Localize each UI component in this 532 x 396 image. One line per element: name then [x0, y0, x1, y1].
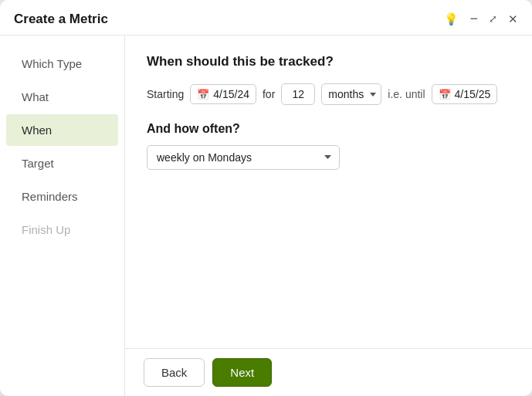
sidebar-item-what[interactable]: What — [6, 81, 118, 113]
main-body: Which Type What When Target Reminders Fi… — [0, 36, 532, 396]
sidebar: Which Type What When Target Reminders Fi… — [0, 36, 125, 396]
back-button[interactable]: Back — [144, 358, 205, 387]
title-bar: Create a Metric 💡 − ⤢ ✕ — [0, 0, 532, 36]
window-controls: 💡 − ⤢ ✕ — [444, 11, 518, 27]
start-date-picker[interactable]: 📅 4/15/24 — [190, 84, 256, 104]
next-button[interactable]: Next — [212, 358, 272, 387]
end-date-value: 4/15/25 — [455, 88, 491, 100]
bulb-icon[interactable]: 💡 — [444, 12, 459, 26]
content-body: When should this be tracked? Starting 📅 … — [125, 36, 532, 348]
sidebar-item-reminders[interactable]: Reminders — [6, 181, 118, 212]
sidebar-item-target[interactable]: Target — [6, 147, 118, 179]
frequency-select-wrap: daily weekly on Mondays biweekly monthly… — [147, 145, 340, 170]
sidebar-item-which-type[interactable]: Which Type — [6, 48, 118, 80]
minimize-icon[interactable]: − — [469, 11, 478, 27]
restore-icon[interactable]: ⤢ — [489, 13, 497, 25]
sidebar-item-finish-up: Finish Up — [6, 214, 118, 245]
tracking-row: Starting 📅 4/15/24 for months weeks days… — [147, 83, 510, 105]
frequency-section-title: And how often? — [147, 122, 510, 136]
calendar-start-icon: 📅 — [197, 89, 209, 100]
start-date-value: 4/15/24 — [213, 88, 249, 100]
tracking-section-title: When should this be tracked? — [147, 54, 510, 69]
calendar-end-icon: 📅 — [439, 89, 451, 100]
end-date-picker[interactable]: 📅 4/15/25 — [432, 84, 498, 104]
window-title: Create a Metric — [14, 12, 108, 27]
close-icon[interactable]: ✕ — [508, 12, 518, 26]
duration-input[interactable] — [281, 83, 315, 105]
sidebar-item-when[interactable]: When — [6, 114, 118, 146]
ie-label: i.e. until — [388, 88, 425, 100]
duration-unit-select[interactable]: months weeks days years — [321, 83, 381, 105]
starting-label: Starting — [147, 88, 184, 100]
content-area: When should this be tracked? Starting 📅 … — [125, 36, 532, 396]
for-label: for — [263, 88, 275, 100]
frequency-select[interactable]: daily weekly on Mondays biweekly monthly… — [147, 145, 340, 170]
create-metric-window: Create a Metric 💡 − ⤢ ✕ Which Type What … — [0, 0, 532, 396]
footer: Back Next — [125, 348, 532, 396]
